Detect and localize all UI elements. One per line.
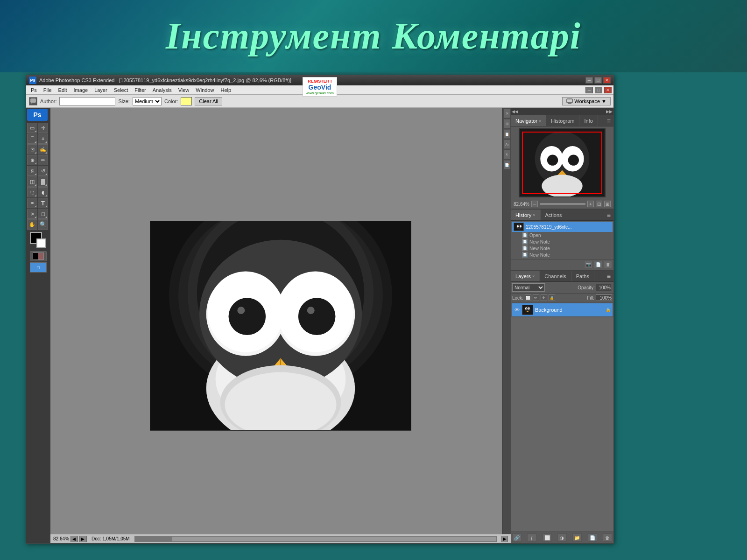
clear-all-button[interactable]: Clear All	[195, 97, 222, 105]
move-tool[interactable]: ✛	[38, 123, 48, 133]
window-restore-btn[interactable]: □	[595, 87, 602, 93]
menu-help[interactable]: Help	[218, 86, 234, 94]
window-minimize-btn[interactable]: ─	[585, 87, 593, 93]
mini-tool-6[interactable]: 📑	[504, 160, 510, 169]
navigator-options[interactable]: ≡	[604, 117, 613, 125]
mini-tool-1[interactable]: ✕	[504, 109, 510, 118]
new-adjustment-btn[interactable]: ◑	[557, 533, 567, 542]
tab-info[interactable]: Info	[579, 115, 598, 126]
zoom-in-btn[interactable]: +	[587, 201, 594, 207]
comment-tool-icon[interactable]	[29, 97, 37, 105]
menu-filter[interactable]: Filter	[132, 86, 148, 94]
delete-layer-btn[interactable]: 🗑	[603, 533, 612, 542]
eraser-tool[interactable]: ◫	[27, 176, 37, 187]
scroll-bar-h[interactable]	[134, 536, 497, 542]
healing-tool[interactable]: ⊕	[27, 155, 37, 165]
add-mask-btn[interactable]: ⬜	[543, 533, 552, 542]
tab-layers[interactable]: Layers ×	[511, 271, 540, 281]
opacity-input[interactable]	[596, 284, 612, 291]
delete-history-btn[interactable]: 🗑	[604, 261, 612, 268]
gradient-tool[interactable]: ▓	[38, 176, 48, 187]
zoom-arrow-right[interactable]: ▶	[79, 536, 87, 542]
menu-file[interactable]: File	[41, 86, 55, 94]
type-tool[interactable]: T	[38, 198, 48, 208]
layer-background[interactable]: 👁 Background 🔒	[512, 303, 613, 316]
window-close-btn[interactable]: ✕	[604, 87, 612, 93]
blur-tool[interactable]: ◌	[27, 187, 37, 197]
mini-tool-4[interactable]: Aı	[504, 140, 510, 149]
new-document-btn[interactable]: 📄	[594, 261, 602, 268]
nav-panel-expand[interactable]: ▶▶	[606, 109, 613, 114]
magic-wand-tool[interactable]: ⌗	[38, 133, 48, 144]
menu-layer[interactable]: Layer	[92, 86, 110, 94]
mini-tool-3[interactable]: 📋	[504, 129, 510, 139]
layer-visibility-icon[interactable]: 👁	[514, 307, 520, 313]
history-item-snapshot[interactable]: 1205578119_yd6xfc...	[512, 222, 613, 232]
size-select[interactable]: Medium Small Large	[133, 97, 162, 105]
tab-actions[interactable]: Actions	[541, 210, 567, 220]
history-sub-note2[interactable]: 📄 New Note	[512, 245, 613, 252]
mini-tool-5[interactable]: ¶	[504, 150, 510, 159]
lock-image-btn[interactable]: ✏	[533, 294, 539, 301]
menu-select[interactable]: Select	[111, 86, 131, 94]
new-group-btn[interactable]: 📁	[572, 533, 582, 542]
hand-tool[interactable]: ✋	[27, 219, 37, 230]
zoom-tool[interactable]: 🔍	[38, 219, 48, 230]
history-options[interactable]: ≡	[604, 211, 613, 219]
ps-logo[interactable]: Ps	[27, 109, 48, 121]
canvas-image[interactable]	[150, 221, 411, 431]
new-layer-btn[interactable]: 📄	[588, 533, 597, 542]
history-sub-note1[interactable]: 📄 New Note	[512, 238, 613, 245]
history-sub-open[interactable]: 📄 Open	[512, 232, 613, 238]
mini-tool-2[interactable]: ⊞	[504, 119, 510, 128]
zoom-fit-btn[interactable]: ⊡	[596, 201, 602, 207]
tab-histogram[interactable]: Histogram	[546, 115, 579, 126]
path-selection-tool[interactable]: ⊳	[27, 209, 37, 219]
tab-channels[interactable]: Channels	[540, 271, 571, 281]
dodge-tool[interactable]: ◖	[38, 187, 48, 197]
screen-mode-btn[interactable]: □	[30, 262, 47, 273]
zoom-arrow-left[interactable]: ◀	[70, 536, 78, 542]
menu-analysis[interactable]: Analysis	[150, 86, 175, 94]
workspace-button[interactable]: Workspace ▼	[562, 97, 611, 105]
zoom-fill-btn[interactable]: ⊞	[604, 201, 611, 207]
layers-options[interactable]: ≡	[604, 273, 613, 280]
history-brush-tool[interactable]: ↺	[38, 166, 48, 176]
fill-input[interactable]	[596, 294, 612, 301]
marquee-tool[interactable]: ▭	[27, 123, 37, 133]
author-input[interactable]	[59, 97, 115, 105]
tab-paths[interactable]: Paths	[571, 271, 594, 281]
maximize-button[interactable]: □	[594, 77, 602, 84]
lock-position-btn[interactable]: ✛	[541, 294, 547, 301]
close-button[interactable]: ✕	[603, 77, 611, 84]
zoom-out-btn[interactable]: ─	[531, 201, 538, 207]
pen-tool[interactable]: ✒	[27, 198, 37, 208]
lock-all-btn[interactable]: 🔒	[549, 294, 555, 301]
clone-tool[interactable]: ⎘	[27, 166, 37, 176]
minimize-button[interactable]: ─	[585, 77, 593, 84]
link-layers-btn[interactable]: 🔗	[512, 533, 521, 542]
menu-image[interactable]: Image	[71, 86, 91, 94]
quick-mask-btn[interactable]	[30, 251, 47, 261]
add-style-btn[interactable]: ƒ	[527, 533, 536, 542]
lasso-tool[interactable]: ⌒	[27, 133, 37, 144]
nav-panel-collapse[interactable]: ◀◀	[512, 109, 518, 114]
menu-ps[interactable]: Ps	[28, 86, 40, 94]
history-sub-note3[interactable]: 📄 New Note	[512, 252, 613, 258]
crop-tool[interactable]: ⊡	[27, 144, 37, 154]
background-color[interactable]	[36, 238, 46, 248]
tab-history[interactable]: History ×	[511, 210, 541, 220]
eyedropper-tool[interactable]: ✍	[38, 144, 48, 154]
zoom-slider[interactable]	[540, 203, 585, 205]
blend-mode-select[interactable]: Normal Multiply Screen	[512, 283, 545, 292]
brush-tool[interactable]: ✏	[38, 155, 48, 165]
scroll-right-btn[interactable]: ▶	[501, 536, 508, 542]
menu-window[interactable]: Window	[193, 86, 217, 94]
menu-edit[interactable]: Edit	[56, 86, 70, 94]
shape-tool[interactable]: ◻	[38, 209, 48, 219]
tab-navigator[interactable]: Navigator ×	[511, 115, 546, 126]
lock-transparent-btn[interactable]: ⬜	[525, 294, 531, 301]
color-swatch[interactable]	[181, 97, 192, 105]
menu-view[interactable]: View	[176, 86, 192, 94]
new-snapshot-btn[interactable]: 📷	[584, 261, 592, 268]
